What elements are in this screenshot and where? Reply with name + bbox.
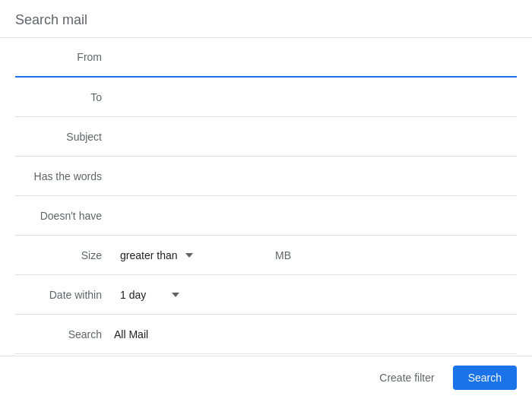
doesnt-have-row: Doesn't have bbox=[15, 196, 517, 236]
doesnt-have-input[interactable] bbox=[114, 207, 517, 225]
date-within-label: Date within bbox=[15, 289, 114, 301]
from-input[interactable] bbox=[114, 48, 517, 66]
from-label: From bbox=[15, 51, 114, 63]
to-input[interactable] bbox=[114, 88, 517, 106]
size-unit: MB bbox=[275, 249, 291, 261]
has-words-input[interactable] bbox=[114, 167, 517, 185]
dialog-footer: Create filter Search bbox=[0, 356, 532, 399]
doesnt-have-label: Doesn't have bbox=[15, 210, 114, 222]
to-row: To bbox=[15, 78, 517, 117]
date-within-select[interactable]: 1 day 3 days 1 week 2 weeks 1 month 2 mo… bbox=[120, 289, 182, 301]
subject-input[interactable] bbox=[114, 128, 517, 146]
dialog-title: Search mail bbox=[0, 0, 532, 38]
size-row: Size greater than less than MB bbox=[15, 236, 517, 275]
search-form: From To Subject Has the words Doesn't ha… bbox=[0, 38, 532, 394]
search-button[interactable]: Search bbox=[453, 366, 517, 390]
to-label: To bbox=[15, 91, 114, 103]
search-in-value: All Mail bbox=[114, 328, 148, 340]
has-words-label: Has the words bbox=[15, 170, 114, 182]
create-filter-button[interactable]: Create filter bbox=[370, 366, 443, 390]
size-value-input[interactable] bbox=[202, 246, 263, 264]
subject-label: Subject bbox=[15, 131, 114, 143]
search-mail-dialog: Search mail From To Subject Has the word… bbox=[0, 0, 532, 394]
date-within-row: Date within 1 day 3 days 1 week 2 weeks … bbox=[15, 275, 517, 315]
has-words-row: Has the words bbox=[15, 157, 517, 196]
size-comparison-select[interactable]: greater than less than bbox=[120, 249, 196, 261]
from-row: From bbox=[15, 38, 517, 78]
search-in-row: Search All Mail bbox=[15, 315, 517, 354]
size-label: Size bbox=[15, 249, 114, 261]
subject-row: Subject bbox=[15, 117, 517, 157]
search-in-label: Search bbox=[15, 328, 114, 340]
